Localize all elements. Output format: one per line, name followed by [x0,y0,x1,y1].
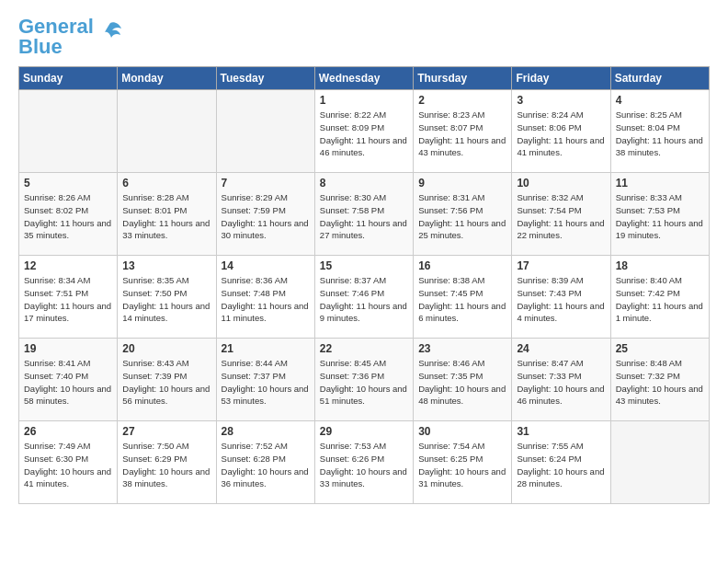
calendar-day-cell: 12Sunrise: 8:34 AMSunset: 7:51 PMDayligh… [19,256,118,339]
calendar-day-cell: 6Sunrise: 8:28 AMSunset: 8:01 PMDaylight… [118,173,216,256]
calendar-day-cell: 20Sunrise: 8:43 AMSunset: 7:39 PMDayligh… [118,339,216,421]
day-number: 14 [222,259,310,272]
day-number: 6 [122,177,210,190]
day-number: 4 [616,94,704,107]
day-number: 31 [517,425,605,438]
day-info: Sunrise: 8:33 AMSunset: 7:53 PMDaylight:… [616,191,704,242]
day-info: Sunrise: 8:37 AMSunset: 7:46 PMDaylight:… [320,274,408,325]
day-number: 24 [517,342,605,355]
calendar-day-cell: 17Sunrise: 8:39 AMSunset: 7:43 PMDayligh… [512,256,610,339]
weekday-header: Wednesday [314,67,413,90]
weekday-header: Thursday [414,67,512,90]
day-number: 1 [320,94,408,107]
calendar-week-row: 1Sunrise: 8:22 AMSunset: 8:09 PMDaylight… [19,90,710,173]
calendar-day-cell: 31Sunrise: 7:55 AMSunset: 6:24 PMDayligh… [512,421,610,504]
day-number: 19 [24,342,112,355]
day-info: Sunrise: 8:35 AMSunset: 7:50 PMDaylight:… [122,274,210,325]
day-number: 28 [222,425,310,438]
day-info: Sunrise: 8:36 AMSunset: 7:48 PMDaylight:… [222,274,310,325]
day-info: Sunrise: 8:39 AMSunset: 7:43 PMDaylight:… [517,274,605,325]
weekday-header: Friday [512,67,610,90]
calendar-week-row: 12Sunrise: 8:34 AMSunset: 7:51 PMDayligh… [19,256,710,339]
day-number: 17 [517,259,605,272]
calendar-day-cell: 27Sunrise: 7:50 AMSunset: 6:29 PMDayligh… [118,421,216,504]
calendar-table: SundayMondayTuesdayWednesdayThursdayFrid… [18,66,710,504]
day-info: Sunrise: 7:49 AMSunset: 6:30 PMDaylight:… [24,440,112,490]
calendar-day-cell: 10Sunrise: 8:32 AMSunset: 7:54 PMDayligh… [512,173,610,256]
day-info: Sunrise: 8:23 AMSunset: 8:07 PMDaylight:… [418,109,506,159]
day-info: Sunrise: 8:46 AMSunset: 7:35 PMDaylight:… [418,357,506,408]
day-info: Sunrise: 7:53 AMSunset: 6:26 PMDaylight:… [320,440,408,490]
day-info: Sunrise: 8:22 AMSunset: 8:09 PMDaylight:… [320,109,408,159]
day-number: 29 [320,425,408,438]
day-info: Sunrise: 8:26 AMSunset: 8:02 PMDaylight:… [24,191,112,242]
calendar-day-cell: 1Sunrise: 8:22 AMSunset: 8:09 PMDaylight… [314,90,413,173]
logo: General Blue [18,17,123,57]
calendar-day-cell: 13Sunrise: 8:35 AMSunset: 7:50 PMDayligh… [118,256,216,339]
calendar-day-cell [610,421,709,504]
calendar-day-cell: 16Sunrise: 8:38 AMSunset: 7:45 PMDayligh… [414,256,512,339]
calendar-day-cell: 21Sunrise: 8:44 AMSunset: 7:37 PMDayligh… [216,339,314,421]
day-number: 30 [418,425,506,438]
calendar-day-cell: 9Sunrise: 8:31 AMSunset: 7:56 PMDaylight… [414,173,512,256]
day-number: 27 [122,425,210,438]
calendar-day-cell: 22Sunrise: 8:45 AMSunset: 7:36 PMDayligh… [314,339,413,421]
calendar-day-cell: 7Sunrise: 8:29 AMSunset: 7:59 PMDaylight… [216,173,314,256]
day-info: Sunrise: 7:54 AMSunset: 6:25 PMDaylight:… [418,440,506,490]
day-number: 3 [517,94,605,107]
day-info: Sunrise: 8:32 AMSunset: 7:54 PMDaylight:… [517,191,605,242]
day-number: 25 [616,342,704,355]
day-info: Sunrise: 8:41 AMSunset: 7:40 PMDaylight:… [24,357,112,408]
day-info: Sunrise: 8:40 AMSunset: 7:42 PMDaylight:… [616,274,704,325]
day-info: Sunrise: 7:50 AMSunset: 6:29 PMDaylight:… [122,440,210,490]
calendar-week-row: 26Sunrise: 7:49 AMSunset: 6:30 PMDayligh… [19,421,710,504]
day-info: Sunrise: 8:47 AMSunset: 7:33 PMDaylight:… [517,357,605,408]
day-info: Sunrise: 8:25 AMSunset: 8:04 PMDaylight:… [616,109,704,159]
calendar-day-cell: 30Sunrise: 7:54 AMSunset: 6:25 PMDayligh… [414,421,512,504]
header: General Blue [18,17,710,57]
page: General Blue SundayMondayTuesdayWednesda… [0,0,728,563]
calendar-day-cell: 28Sunrise: 7:52 AMSunset: 6:28 PMDayligh… [216,421,314,504]
day-number: 13 [122,259,210,272]
day-number: 20 [122,342,210,355]
weekday-header: Monday [118,67,216,90]
calendar-day-cell: 23Sunrise: 8:46 AMSunset: 7:35 PMDayligh… [414,339,512,421]
day-number: 22 [320,342,408,355]
day-info: Sunrise: 8:24 AMSunset: 8:06 PMDaylight:… [517,109,605,159]
calendar-day-cell [19,90,118,173]
day-info: Sunrise: 8:44 AMSunset: 7:37 PMDaylight:… [222,357,310,408]
calendar-day-cell: 24Sunrise: 8:47 AMSunset: 7:33 PMDayligh… [512,339,610,421]
calendar-day-cell [216,90,314,173]
calendar-day-cell: 19Sunrise: 8:41 AMSunset: 7:40 PMDayligh… [19,339,118,421]
day-number: 9 [418,177,506,190]
calendar-day-cell: 18Sunrise: 8:40 AMSunset: 7:42 PMDayligh… [610,256,709,339]
day-number: 21 [222,342,310,355]
calendar-day-cell: 15Sunrise: 8:37 AMSunset: 7:46 PMDayligh… [314,256,413,339]
day-info: Sunrise: 8:48 AMSunset: 7:32 PMDaylight:… [616,357,704,408]
day-number: 12 [24,259,112,272]
day-info: Sunrise: 7:55 AMSunset: 6:24 PMDaylight:… [517,440,605,490]
calendar-day-cell [118,90,216,173]
day-number: 5 [24,177,112,190]
calendar-day-cell: 29Sunrise: 7:53 AMSunset: 6:26 PMDayligh… [314,421,413,504]
day-number: 16 [418,259,506,272]
calendar-day-cell: 3Sunrise: 8:24 AMSunset: 8:06 PMDaylight… [512,90,610,173]
day-number: 26 [24,425,112,438]
day-number: 11 [616,177,704,190]
logo-bird-icon [97,19,123,45]
calendar-day-cell: 26Sunrise: 7:49 AMSunset: 6:30 PMDayligh… [19,421,118,504]
day-number: 23 [418,342,506,355]
day-number: 10 [517,177,605,190]
weekday-header: Saturday [610,67,709,90]
day-info: Sunrise: 8:28 AMSunset: 8:01 PMDaylight:… [122,191,210,242]
day-info: Sunrise: 8:30 AMSunset: 7:58 PMDaylight:… [320,191,408,242]
day-info: Sunrise: 8:45 AMSunset: 7:36 PMDaylight:… [320,357,408,408]
day-info: Sunrise: 8:31 AMSunset: 7:56 PMDaylight:… [418,191,506,242]
calendar-day-cell: 2Sunrise: 8:23 AMSunset: 8:07 PMDaylight… [414,90,512,173]
calendar-week-row: 5Sunrise: 8:26 AMSunset: 8:02 PMDaylight… [19,173,710,256]
day-number: 2 [418,94,506,107]
day-number: 15 [320,259,408,272]
calendar-day-cell: 25Sunrise: 8:48 AMSunset: 7:32 PMDayligh… [610,339,709,421]
logo-text: General Blue [18,17,94,57]
calendar-day-cell: 4Sunrise: 8:25 AMSunset: 8:04 PMDaylight… [610,90,709,173]
